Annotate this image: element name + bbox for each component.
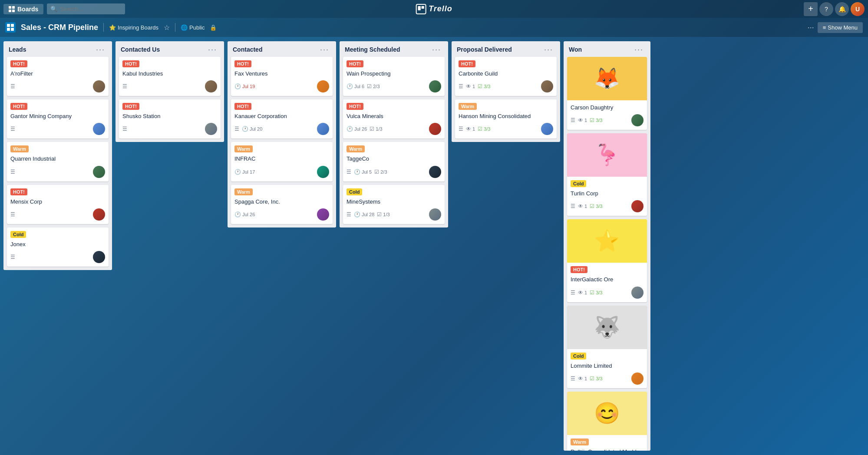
show-menu-button[interactable]: ≡ Show Menu <box>818 22 863 33</box>
card[interactable]: HOT!Vulca Minerals🕐Jul 26☑1/3 <box>343 99 445 138</box>
card-label: Cold <box>10 231 26 238</box>
card-cover: 🦩 <box>567 133 647 177</box>
help-button[interactable]: ? <box>819 2 833 16</box>
clock-icon: 🕐 <box>234 211 241 218</box>
search-input[interactable] <box>47 3 125 14</box>
nav-right: + ? 🔔 U <box>804 2 865 16</box>
card-label: HOT! <box>347 103 363 110</box>
card[interactable]: ⭐HOT!InterGalactic Ore☰👁1☑3/3 <box>567 219 647 302</box>
board-header: Sales - CRM Pipeline ⭐ Inspiring Boards … <box>0 18 868 37</box>
card[interactable]: HOT!Kabul Industries☰ <box>119 57 221 96</box>
card[interactable]: HOT!A'roFilter☰ <box>7 57 109 96</box>
card[interactable]: WarmHanson Mining Consolidated☰👁1☑3/3 <box>455 99 557 138</box>
card-badges: 🕐Jul 26☑1/3 <box>347 126 383 132</box>
column-menu-contacted-us[interactable]: ··· <box>206 46 219 53</box>
avatar[interactable]: U <box>851 2 865 16</box>
column-menu-won[interactable]: ··· <box>633 46 645 53</box>
column-menu-leads[interactable]: ··· <box>94 46 107 53</box>
card-footer: ☰ <box>10 251 105 263</box>
watch-count: 1 <box>472 84 475 89</box>
card-footer: ☰ <box>10 166 105 178</box>
card-avatar <box>93 166 105 178</box>
due-date: Jul 20 <box>250 126 262 132</box>
checklist-count: 2/3 <box>373 84 380 89</box>
card-badges: ☰ <box>10 126 15 132</box>
boards-button[interactable]: Boards <box>3 4 43 14</box>
desc-icon: ☰ <box>571 117 575 123</box>
card-label: HOT! <box>10 103 27 110</box>
cards-container-contacted-us: HOT!Kabul Industries☰HOT!Shusko Station☰ <box>116 57 224 142</box>
card[interactable]: HOT!Carbonite Guild☰👁1☑3/3 <box>455 57 557 96</box>
checklist-icon: ☑ <box>367 83 372 89</box>
description-icon: ☰ <box>10 211 15 218</box>
card-avatar <box>317 208 329 221</box>
notifications-button[interactable]: 🔔 <box>835 2 849 16</box>
column-menu-contacted[interactable]: ··· <box>318 46 331 53</box>
badge-watch: 👁1 <box>578 203 587 209</box>
card[interactable]: ColdJonex☰ <box>7 228 109 267</box>
search-icon: 🔍 <box>50 6 57 12</box>
visibility-link[interactable]: 🌐 Public <box>181 24 205 31</box>
card-footer: ☰ <box>122 80 217 92</box>
card-avatar <box>631 200 644 212</box>
card[interactable]: WarmQuarren Industrial☰ <box>7 142 109 181</box>
column-title-contacted-us: Contacted Us <box>121 46 160 53</box>
checklist-count: 1/3 <box>383 212 389 217</box>
desc-icon: ☰ <box>571 290 575 296</box>
card[interactable]: 🐺ColdLommite Limited☰👁1☑3/3 <box>567 306 647 388</box>
card[interactable]: HOT!Gantor Mining Company☰ <box>7 99 109 138</box>
checklist-icon: ☑ <box>370 126 374 132</box>
card[interactable]: 🦩ColdTurlin Corp☰👁1☑3/3 <box>567 133 647 216</box>
card[interactable]: 😊WarmRalltiir Consolidated Marble☰👁1☑3/3 <box>567 392 647 451</box>
card[interactable]: 🦊Carson Daughtry☰👁1☑3/3 <box>567 57 647 130</box>
card[interactable]: WarmINFRAC🕐Jul 17 <box>231 142 333 181</box>
description-icon: ☰ <box>571 203 575 209</box>
checklist-count: 1/3 <box>376 126 382 132</box>
checklist-done-icon: ☑ <box>590 117 594 123</box>
card-avatar <box>541 80 553 92</box>
watch-count: 1 <box>584 290 587 295</box>
badge-checkDone: ☑3/3 <box>590 203 602 209</box>
star-button[interactable]: ☆ <box>164 23 170 32</box>
inspiring-boards-label: Inspiring Boards <box>118 24 158 31</box>
card-title: Carson Daughtry <box>571 104 644 112</box>
column-menu-meeting-scheduled[interactable]: ··· <box>430 46 443 53</box>
lock-link[interactable]: 🔒 <box>210 24 217 31</box>
description-icon: ☰ <box>571 290 575 296</box>
card-label: HOT! <box>10 60 27 67</box>
due-date: Jul 17 <box>242 169 255 175</box>
card[interactable]: HOT!Shusko Station☰ <box>119 99 221 138</box>
card-badges: ☰ <box>10 83 15 89</box>
card[interactable]: HOT!Wain Prospecting🕐Jul 6☑2/3 <box>343 57 445 96</box>
card-label: Cold <box>347 188 362 195</box>
due-date: Jul 26 <box>242 212 255 217</box>
badge-due: 🕐Jul 26 <box>234 211 255 218</box>
card-label: Warm <box>571 439 589 445</box>
card-badges: ☰👁1☑3/3 <box>459 126 490 132</box>
checklist-done-icon: ☑ <box>478 83 482 89</box>
card[interactable]: WarmSpagga Core, Inc.🕐Jul 26 <box>231 185 333 224</box>
badge-checkDone: ☑3/3 <box>590 290 602 296</box>
card-title: Turlin Corp <box>571 190 644 198</box>
card-title: Lommite Limited <box>571 362 644 370</box>
column-header-won: Won··· <box>564 41 650 57</box>
card[interactable]: HOT!Kanauer Corporation☰🕐Jul 20 <box>231 99 333 138</box>
cards-container-meeting-scheduled: HOT!Wain Prospecting🕐Jul 6☑2/3HOT!Vulca … <box>340 57 448 228</box>
cards-container-leads: HOT!A'roFilter☰HOT!Gantor Mining Company… <box>3 57 112 270</box>
card-avatar <box>205 80 217 92</box>
desc-icon: ☰ <box>571 376 575 382</box>
clock-icon: 🕐 <box>354 169 360 175</box>
card[interactable]: HOT!Mensix Corp☰ <box>7 185 109 224</box>
badge-check: ☑2/3 <box>367 83 380 89</box>
card[interactable]: HOT!Fax Ventures🕐Jul 19 <box>231 57 333 96</box>
add-button[interactable]: + <box>804 2 818 16</box>
card[interactable]: ColdMineSystems☰🕐Jul 28☑1/3 <box>343 185 445 224</box>
inspiring-boards-link[interactable]: ⭐ Inspiring Boards <box>109 24 158 31</box>
card-footer: 🕐Jul 6☑2/3 <box>347 80 441 92</box>
more-icon[interactable]: ··· <box>808 23 814 32</box>
card[interactable]: WarmTaggeCo☰🕐Jul 5☑2/3 <box>343 142 445 181</box>
menu-icon: ≡ <box>823 24 826 31</box>
card-badges: ☰🕐Jul 5☑2/3 <box>347 169 387 175</box>
column-menu-proposal-delivered[interactable]: ··· <box>542 46 555 53</box>
badge-due: 🕐Jul 28 <box>354 211 374 218</box>
